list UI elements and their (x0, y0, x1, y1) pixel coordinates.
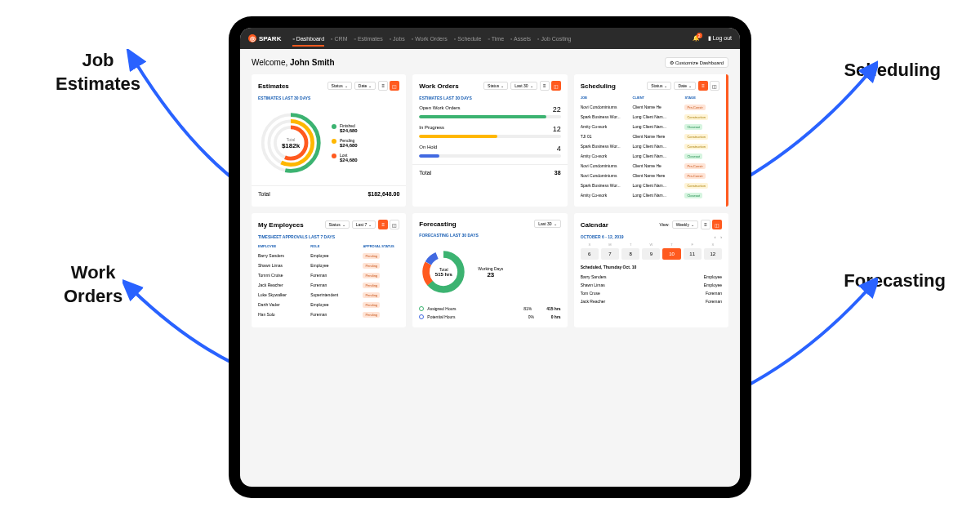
topbar: ◎ SPARK ▫ Dashboard▫ CRM▫ Estimates▫ Job… (240, 28, 740, 49)
forecasting-donut: Total515 hrs (419, 247, 468, 296)
fc-subhead: FORECASTING LAST 30 DAYS (419, 233, 560, 238)
forecasting-card: Forecasting Last 30 ⌄ FORECASTING LAST 3… (412, 213, 567, 327)
legend-item: Finished$24,680 (332, 123, 358, 133)
logout-link[interactable]: ▮ Log out (708, 35, 732, 42)
forecasting-title: Forecasting (419, 220, 456, 228)
scheduling-row[interactable]: Novi CondominiumsClient Name HePre-Const… (581, 161, 719, 171)
employee-row[interactable]: Jack ReacherForemanPending (258, 280, 399, 290)
legend-item: Lost$24,680 (332, 153, 358, 163)
employees-title: My Employees (258, 221, 304, 229)
nav-schedule[interactable]: ▫ Schedule (454, 36, 482, 42)
list-view-icon[interactable]: ≡ (540, 81, 550, 91)
chart-view-icon[interactable]: ◫ (712, 220, 722, 229)
main-nav: ▫ Dashboard▫ CRM▫ Estimates▫ Jobs▫ Work … (292, 36, 571, 42)
cal-day[interactable]: M7 (601, 243, 619, 260)
notifications-icon[interactable]: 🔔2 (693, 35, 700, 42)
callout-forecasting: Forecasting (844, 269, 946, 293)
calendar-card: Calendar View: Weekly ⌄ ≡◫ OCTOBER 6 - 1… (574, 213, 728, 327)
callout-scheduling: Scheduling (844, 59, 941, 82)
scheduling-row[interactable]: TJI 01Client Name HereConstruction (581, 131, 719, 141)
logo: ◎ SPARK (248, 34, 281, 42)
cal-day[interactable]: F11 (684, 243, 702, 260)
employee-row[interactable]: Han SoloForemanPending (258, 309, 399, 319)
wo-bar-row: In Progress12 (419, 125, 560, 138)
list-view-icon[interactable]: ≡ (701, 220, 710, 229)
chart-view-icon[interactable]: ◫ (390, 220, 399, 229)
employee-row[interactable]: Darth VaderEmployeePending (258, 300, 399, 309)
cal-row[interactable]: Jack ReacherForeman (581, 297, 722, 305)
cal-day[interactable]: T8 (621, 243, 639, 260)
emp-subhead: TIMESHEET APPROVALS LAST 7 DAYS (258, 234, 399, 239)
legend-item: Pending$24,680 (332, 138, 358, 148)
nav-job-costing[interactable]: ▫ Job Costing (537, 36, 571, 42)
estimates-donut: Total$182k (258, 110, 323, 176)
app-screen: ◎ SPARK ▫ Dashboard▫ CRM▫ Estimates▫ Job… (240, 28, 740, 487)
estimates-title: Estimates (258, 82, 289, 90)
emp-last-select[interactable]: Last 7 ⌄ (352, 220, 376, 229)
estimates-card: Estimates Status ⌄ Date ⌄ ≡◫ ESTIMATES L… (252, 74, 406, 207)
fc-row: Potential Hours0%0 hrs (419, 313, 560, 321)
chart-view-icon[interactable]: ◫ (390, 81, 399, 91)
nav-dashboard[interactable]: ▫ Dashboard (292, 36, 324, 47)
calendar-title: Calendar (581, 221, 608, 229)
cal-view-select[interactable]: Weekly ⌄ (672, 220, 698, 229)
wo-bar-row: Open Work Orders22 (419, 105, 560, 118)
notif-badge: 2 (697, 33, 702, 38)
cal-row[interactable]: Tom CruseForeman (581, 289, 722, 297)
scheduling-row[interactable]: Amity Co-workLong Client Nam...Closeout (581, 151, 719, 161)
nav-work-orders[interactable]: ▫ Work Orders (412, 36, 448, 42)
nav-crm[interactable]: ▫ CRM (331, 36, 347, 42)
employee-row[interactable]: Barry SandersEmployeePending (258, 251, 399, 260)
cal-row[interactable]: Shawn LimasEmployee (581, 281, 722, 289)
cal-day[interactable]: S6 (581, 243, 599, 260)
emp-status-select[interactable]: Status ⌄ (325, 220, 350, 229)
nav-assets[interactable]: ▫ Assets (510, 36, 531, 42)
logo-icon: ◎ (248, 34, 256, 42)
arrow-fc (731, 278, 878, 400)
nav-jobs[interactable]: ▫ Jobs (390, 36, 405, 42)
nav-estimates[interactable]: ▫ Estimates (354, 36, 382, 42)
cal-next-icon[interactable]: › (720, 234, 722, 239)
fc-last-select[interactable]: Last 30 ⌄ (534, 220, 560, 228)
cal-day[interactable]: W9 (642, 243, 660, 260)
employees-card: My Employees Status ⌄ Last 7 ⌄ ≡◫ TIMESH… (252, 213, 406, 327)
scheduling-row[interactable]: Spark Business Wor...Long Client Nam...C… (581, 112, 719, 122)
wo-last-select[interactable]: Last 30 ⌄ (510, 82, 537, 90)
fc-row: Assigned Hours81%415 hrs (419, 305, 560, 313)
workorders-card: Work Orders Status ⌄ Last 30 ⌄ ≡◫ ESTIMA… (412, 74, 567, 207)
chart-view-icon[interactable]: ◫ (710, 81, 719, 91)
workorders-title: Work Orders (419, 82, 458, 90)
cal-day[interactable]: S12 (704, 243, 722, 260)
tablet-frame: ◎ SPARK ▫ Dashboard▫ CRM▫ Estimates▫ Job… (229, 16, 751, 498)
list-view-icon[interactable]: ≡ (378, 220, 388, 229)
wo-status-select[interactable]: Status ⌄ (483, 82, 508, 90)
scheduling-row[interactable]: Amity Co-workLong Client Nam...Closeout (581, 122, 719, 131)
cal-day[interactable]: T10 (662, 243, 680, 260)
list-view-icon[interactable]: ≡ (378, 81, 388, 91)
sch-status-select[interactable]: Status ⌄ (647, 82, 671, 90)
callout-job-estimates: JobEstimates (56, 49, 140, 96)
sch-date-select[interactable]: Date ⌄ (674, 82, 696, 90)
employee-row[interactable]: Shawn LimasEmployeePending (258, 260, 399, 270)
scheduling-card: Scheduling Status ⌄ Date ⌄ ≡◫ JOBCLIENTS… (574, 74, 728, 207)
chart-view-icon[interactable]: ◫ (551, 81, 561, 91)
cal-prev-icon[interactable]: ‹ (715, 234, 716, 239)
scheduling-row[interactable]: Spark Business Wor...Long Client Nam...C… (581, 180, 719, 190)
list-view-icon[interactable]: ≡ (698, 81, 708, 91)
employee-row[interactable]: Luke SkywalkerSuperintendentPending (258, 290, 399, 300)
nav-time[interactable]: ▫ Time (488, 36, 504, 42)
scheduling-title: Scheduling (581, 82, 616, 90)
estimates-date-select[interactable]: Date ⌄ (354, 82, 376, 90)
estimates-status-select[interactable]: Status ⌄ (327, 82, 352, 90)
cal-row[interactable]: Barry SandersEmployee (581, 273, 722, 281)
scheduling-row[interactable]: Novi CondominiumsClient Name HerePre-Con… (581, 171, 719, 180)
scheduling-row[interactable]: Spark Business Wor...Long Client Nam...C… (581, 141, 719, 151)
scheduling-row[interactable]: Amity Co-workLong Client Nam...Closeout (581, 190, 719, 200)
employee-row[interactable]: Tommi CruiseForemanPending (258, 270, 399, 280)
callout-work-orders: WorkOrders (64, 261, 122, 308)
brand-name: SPARK (259, 35, 281, 42)
welcome-text: Welcome, John Smith (252, 58, 335, 67)
customize-dashboard-button[interactable]: ⚙ Customize Dashboard (665, 57, 728, 68)
estimates-subhead: ESTIMATES LAST 30 DAYS (258, 96, 399, 100)
scheduling-row[interactable]: Novi CondominiumsClient Name HePre-Const… (581, 102, 719, 112)
